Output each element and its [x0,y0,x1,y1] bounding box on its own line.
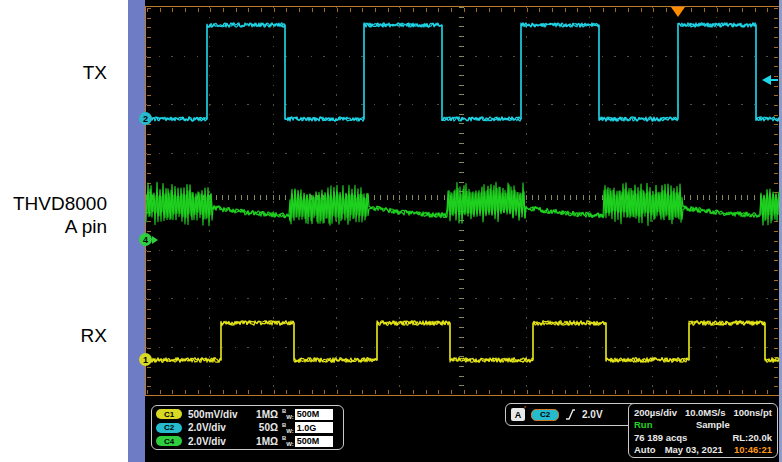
graticule-screen [145,6,780,396]
acquisition-mode: Sample [696,419,730,430]
trigger-level-value: 2.0V [582,409,603,420]
c2-scale: 2.0V/div [188,422,250,433]
c2-bandwidth-value[interactable]: 1.0G [295,422,333,433]
graticule-grid [209,7,210,395]
time-value: 10:46:21 [734,444,772,455]
c1-bandwidth-value[interactable]: 500M [295,409,333,420]
graticule-grid [652,7,653,395]
graticule-grid [399,7,400,395]
c4-bandwidth-label: BW: [282,435,294,447]
channel-badge-c1[interactable]: C1 [156,409,182,419]
channel-row-c1[interactable]: C1 500mV/div 1MΩ BW: 500M [156,408,339,421]
rising-edge-slope-icon [565,408,576,421]
label-tx: TX [0,62,107,84]
channel-row-c4[interactable]: C4 2.0V/div 1MΩ BW: 500M [156,435,339,448]
graticule-grid [589,7,590,395]
graticule-grid [147,8,151,394]
graticule-grid [716,7,717,395]
timebase-value: 200µs/div [634,407,677,418]
ch1-ground-marker[interactable]: 1 [139,353,152,366]
ch2-ground-marker[interactable]: 2 [139,112,152,125]
trigger-mode-badge[interactable]: A ′ [511,408,525,421]
graticule-grid [459,7,464,395]
sample-period-value: 100ns/pt [733,407,772,418]
run-state: Run [634,419,670,430]
app-left-edge-strip [128,0,146,462]
sample-rate-value: 10.0MS/s [685,407,726,418]
graticule-grid [146,195,779,200]
label-a-pin: A pin [0,216,107,238]
c2-impedance: 50Ω [250,422,278,433]
graticule-grid [774,8,778,394]
graticule-grid [273,7,274,395]
c4-scale: 2.0V/div [188,436,250,447]
c2-bandwidth-label: BW: [282,422,294,434]
ch4-marker-arrow-icon [152,236,158,244]
graticule-grid [336,7,337,395]
left-label-margin: TX THVD8000 A pin RX [0,0,128,462]
trigger-badge-prime: ′ [524,404,526,413]
trigger-position-marker-icon[interactable] [671,7,685,17]
channel-settings-panel: C1 500mV/div 1MΩ BW: 500M C2 2.0V/div 50… [151,405,344,450]
trigger-source-badge[interactable]: C2 [531,409,559,421]
label-thvd8000: THVD8000 [0,193,107,215]
c1-impedance: 1MΩ [250,409,278,420]
trigger-level-marker-line [770,79,778,81]
trigger-mode: Auto [634,444,656,455]
horizontal-acquisition-panel[interactable]: 200µs/div 10.0MS/s 100ns/pt Run Sample 7… [628,403,778,458]
label-rx: RX [0,325,107,347]
record-length: RL:20.0k [732,432,772,443]
trigger-panel[interactable]: A ′ C2 2.0V [505,403,638,426]
graticule-grid [526,7,527,395]
channel-badge-c4[interactable]: C4 [156,436,182,446]
c1-scale: 500mV/div [188,409,250,420]
channel-row-c2[interactable]: C2 2.0V/div 50Ω BW: 1.0G [156,421,339,434]
channel-badge-c2[interactable]: C2 [156,423,182,433]
c4-impedance: 1MΩ [250,436,278,447]
ch4-ground-marker[interactable]: 4 [139,233,152,246]
c4-bandwidth-value[interactable]: 500M [295,436,333,447]
acquisition-count: 76 189 acqs [634,432,687,443]
c1-bandwidth-label: BW: [282,408,294,420]
date-value: May 03, 2021 [665,444,723,455]
